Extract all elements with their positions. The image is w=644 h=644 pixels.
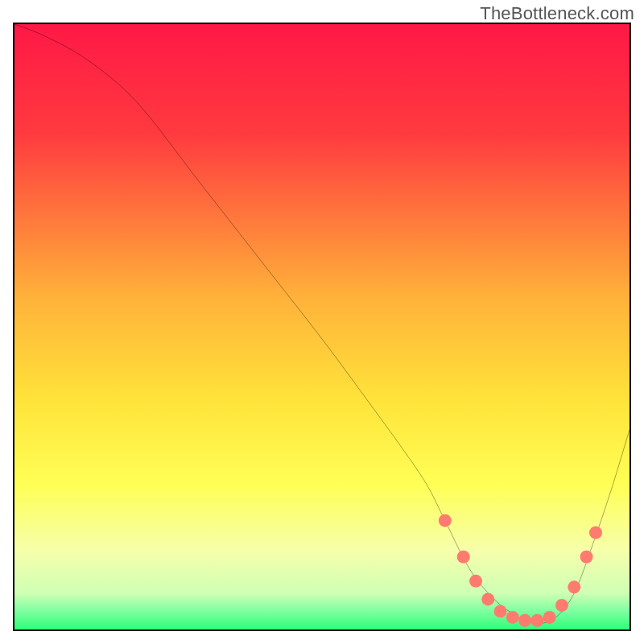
marker-dot bbox=[439, 514, 452, 527]
marker-dot bbox=[530, 614, 543, 627]
chart-stage: TheBottleneck.com bbox=[0, 0, 644, 644]
marker-dot bbox=[543, 611, 556, 624]
marker-dot bbox=[457, 551, 470, 564]
marker-dot bbox=[518, 614, 531, 627]
marker-dot bbox=[481, 592, 494, 605]
marker-dot bbox=[568, 580, 580, 593]
marker-dot bbox=[589, 526, 602, 539]
marker-dot bbox=[580, 551, 593, 564]
main-curve bbox=[14, 24, 630, 623]
plot-area bbox=[13, 23, 631, 631]
marker-dot bbox=[494, 605, 507, 617]
marker-dot bbox=[469, 575, 482, 588]
curve-layer bbox=[14, 24, 630, 630]
marker-dot bbox=[555, 599, 568, 612]
watermark-text: TheBottleneck.com bbox=[480, 3, 634, 24]
marker-dots bbox=[439, 514, 602, 627]
marker-dot bbox=[506, 611, 519, 624]
